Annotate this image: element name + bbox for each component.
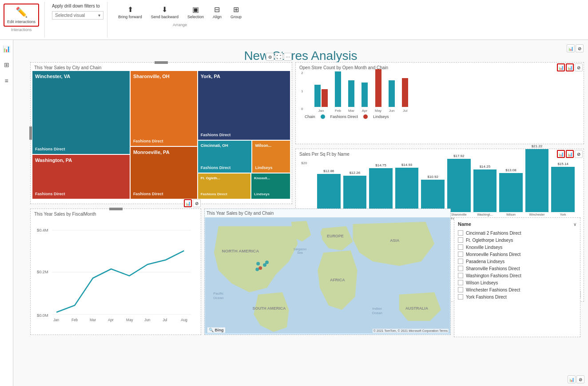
name-checkbox-washington[interactable]: [458, 273, 463, 278]
send-backward-button[interactable]: ⬇ Send backward: [147, 4, 182, 21]
open-store-chart-icon1[interactable]: 📊: [557, 63, 565, 71]
bar-jun-blue: [389, 80, 395, 107]
canvas: New Stores Analysis 📊 ⊘ This Year Sales …: [13, 40, 588, 386]
name-item-monroeville[interactable]: Monroeville Fashions Direct: [458, 251, 576, 258]
line-chart-drill-icon[interactable]: 📊: [184, 199, 192, 207]
bar-jul-red: [402, 78, 408, 107]
svg-point-31: [265, 260, 269, 264]
line-chart-circle-icon[interactable]: ⊘: [193, 199, 201, 207]
name-item-knoxville[interactable]: Knoxville Lindseys: [458, 244, 576, 251]
name-checkbox-monroeville[interactable]: [458, 252, 463, 257]
treemap-city-winchester: Winchester, VA: [35, 74, 127, 79]
treemap-city-cincinnati: Cincinnati, OH: [201, 143, 249, 148]
treemap-city-ftogleth: Ft. Ogleth...: [201, 176, 248, 180]
bar-apr-blue: [362, 83, 368, 107]
sqft-rect-sharonville: [447, 159, 471, 212]
treemap-cell-sharonville[interactable]: Sharonville, OH Fashions Direct: [131, 71, 197, 146]
svg-text:ASIA: ASIA: [390, 238, 400, 243]
name-item-cincinnati[interactable]: Cincinnati 2 Fashions Direct: [458, 229, 576, 236]
canvas-drill-icon[interactable]: 📊: [567, 44, 575, 52]
svg-text:AFRICA: AFRICA: [330, 278, 345, 282]
sqft-chart-icon1[interactable]: 📊: [557, 150, 565, 158]
svg-text:EUROPE: EUROPE: [327, 234, 344, 238]
treemap-chain-washington: Fashions Direct: [35, 192, 127, 196]
name-checkbox-york[interactable]: [458, 294, 463, 299]
group-button[interactable]: ⊞ Group: [227, 4, 245, 21]
bar-pair-jul: [402, 78, 408, 107]
align-button[interactable]: ⊟ Align: [209, 4, 225, 21]
bring-forward-button[interactable]: ⬆ Bring forward: [115, 4, 146, 21]
treemap-more-icon[interactable]: ⋯: [284, 53, 292, 61]
arrange-section: ⬆ Bring forward ⬇ Send backward ▣ Select…: [111, 2, 249, 38]
name-checkbox-ft[interactable]: [458, 237, 463, 243]
open-store-chart-body: 2 1 0 Jan Feb: [298, 71, 582, 131]
treemap-expand-icon[interactable]: ⛶: [275, 53, 283, 61]
canvas-filter-icon[interactable]: ⊘: [576, 44, 584, 52]
sqft-bar-washington: $14.25 Washingt...Fashions ...: [473, 165, 497, 221]
bar-month-feb: Feb: [335, 71, 341, 113]
name-item-pasadena[interactable]: Pasadena Lindseys: [458, 258, 576, 265]
name-panel-chart-icon[interactable]: 📊: [568, 375, 576, 383]
sidebar-table-icon[interactable]: ⊞: [1, 59, 12, 70]
legend-fashions-label: Fashions Direct: [330, 114, 358, 119]
edit-interactions-button[interactable]: ✏️ Edit interactions: [4, 4, 39, 27]
selected-visual-dropdown[interactable]: Selected visual ▾: [52, 11, 103, 20]
map-content: NORTH AMERICA SOUTH AMERICA EUROPE AFRIC…: [205, 217, 450, 333]
line-chart-drag-top[interactable]: [109, 208, 123, 210]
edit-interactions-label: Edit interactions: [7, 20, 36, 24]
treemap-cell-washington[interactable]: Washington, PA Fashions Direct: [32, 155, 130, 199]
treemap-cell-cincinnati[interactable]: Cincinnati, OH Fashions Direct: [198, 141, 252, 173]
bar-label-mar: Mar: [348, 109, 354, 113]
svg-text:Indian: Indian: [372, 307, 382, 311]
name-label-sharonville: Sharonville Fashions Direct: [466, 266, 520, 271]
selection-icon: ▣: [192, 5, 199, 14]
name-checkbox-sharonville[interactable]: [458, 266, 463, 271]
name-checkbox-cincinnati[interactable]: [458, 230, 463, 236]
apply-drill-label: Apply drill down filters to: [52, 4, 103, 8]
name-panel-chevron-icon[interactable]: ∨: [573, 222, 576, 227]
name-checkbox-knoxville[interactable]: [458, 244, 463, 250]
sidebar-chart-icon[interactable]: 📊: [1, 43, 12, 54]
treemap-drag-top[interactable]: [155, 61, 168, 64]
treemap-drag-left[interactable]: [29, 126, 32, 140]
name-item-sharonville[interactable]: Sharonville Fashions Direct: [458, 265, 576, 272]
name-item-washington[interactable]: Washington Fashions Direct: [458, 272, 576, 279]
open-store-chart-icon2[interactable]: 📊: [566, 63, 574, 71]
treemap-cell-wilson[interactable]: Wilson... Lindseys: [252, 141, 290, 173]
toolbar: ✏️ Edit interactions Interactions Apply …: [0, 0, 588, 40]
name-checkbox-wilson[interactable]: [458, 280, 463, 285]
treemap-filter-icon[interactable]: ⊝: [266, 53, 274, 61]
align-label: Align: [213, 15, 222, 19]
map-visual: This Year Sales by City and Chain: [204, 209, 451, 335]
open-store-y-axis: 2 1 0: [301, 71, 303, 111]
name-checkbox-pasadena[interactable]: [458, 259, 463, 264]
treemap-city-sharonville: Sharonville, OH: [133, 74, 195, 79]
sqft-rect-cincinnati: [317, 174, 341, 212]
bing-logo: 🔍 Bing: [207, 327, 225, 333]
treemap-icons: ⊝ ⛶ ⋯: [266, 53, 292, 61]
line-chart: This Year Sales by FiscalMonth 📊 ⊘ $0.4M…: [30, 209, 201, 335]
sqft-circle-icon[interactable]: ⊘: [575, 150, 583, 158]
treemap-cell-knoxville[interactable]: Knoxvil... Lindseys: [251, 173, 290, 199]
treemap-cell-ftogleth[interactable]: Ft. Ogleth... Fashions Direct: [198, 173, 251, 199]
treemap-cell-monroeville[interactable]: Monroeville, PA Fashions Direct: [131, 147, 197, 199]
name-item-york[interactable]: York Fashions Direct: [458, 293, 576, 300]
name-item-winchester[interactable]: Winchester Fashions Direct: [458, 286, 576, 293]
svg-text:Feb: Feb: [72, 318, 78, 322]
selection-button[interactable]: ▣ Selection: [184, 4, 207, 21]
svg-text:Mar: Mar: [90, 318, 96, 322]
treemap-title: This Year Sales by City and Chain: [32, 64, 290, 71]
name-item-wilson[interactable]: Wilson Lindseys: [458, 279, 576, 286]
treemap-cell-winchester[interactable]: Winchester, VA Fashions Direct: [32, 71, 130, 154]
sidebar-menu-icon[interactable]: ≡: [1, 75, 12, 86]
svg-text:Sea: Sea: [297, 251, 302, 254]
sqft-chart-icon2[interactable]: 📊: [566, 150, 574, 158]
name-item-ft[interactable]: Ft. Oglethorpe Lindseys: [458, 236, 576, 244]
svg-text:Apr: Apr: [108, 318, 114, 322]
name-panel-circle-icon[interactable]: ⊘: [576, 375, 584, 383]
open-store-circle-icon[interactable]: ⊘: [575, 63, 583, 71]
svg-text:AUSTRALIA: AUSTRALIA: [405, 306, 429, 311]
name-checkbox-winchester[interactable]: [458, 287, 463, 292]
svg-point-28: [256, 262, 260, 265]
treemap-cell-york[interactable]: York, PA Fashions Direct: [198, 71, 290, 140]
